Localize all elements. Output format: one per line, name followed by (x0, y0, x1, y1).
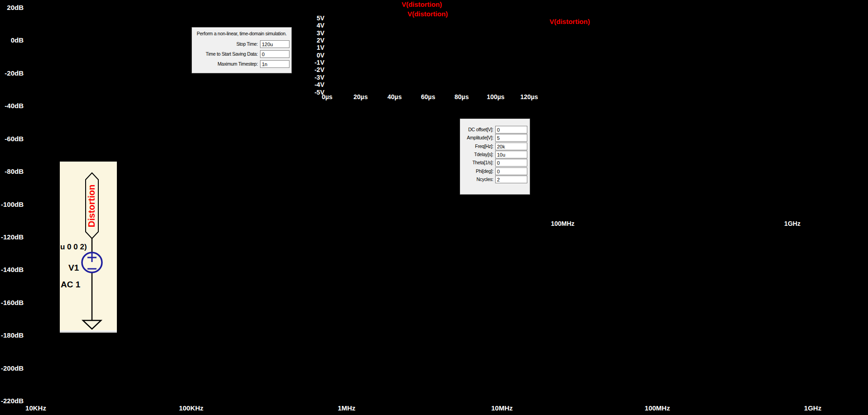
time-y-tick-label: 2V (317, 37, 324, 44)
x-axis-tick-label: 1MHz (338, 404, 355, 412)
dialog-field-row: Amplitude[V]: 5 (460, 134, 530, 142)
designator-text[interactable]: V1 (68, 263, 79, 273)
theta-input[interactable]: 0 (495, 159, 527, 167)
time-y-tick-label: -3V (314, 74, 324, 81)
y-axis-tick-label: -60dB (5, 135, 24, 143)
dc-offset-input[interactable]: 0 (495, 126, 527, 134)
main-plot-title: V(distortion) (25, 0, 819, 8)
time-y-tick-label: 1V (317, 44, 324, 51)
schematic-panel[interactable]: Distortion u 0 0 2) V1 AC 1 (60, 162, 117, 333)
dialog-field-row: Maximum Timestep: 1n (192, 60, 291, 68)
y-axis-tick-label: -160dB (1, 299, 24, 306)
plots-canvas (0, 0, 868, 415)
dialog-title: Perform a non-linear, time-domain simula… (192, 31, 291, 36)
ncycles-input[interactable]: 2 (495, 176, 527, 183)
y-axis-tick-label: -40dB (5, 102, 24, 110)
y-axis-tick-label: -220dB (1, 397, 24, 405)
field-label: Tdelay[s]: (460, 151, 493, 158)
ltspice-window: V(distortion) 20dB 0dB -20dB -40dB -60dB… (0, 0, 868, 415)
max-timestep-input[interactable]: 1n (260, 60, 289, 68)
time-x-tick-label: 100µs (487, 93, 504, 100)
time-x-tick-label: 20µs (353, 93, 367, 100)
dialog-field-row: Stop Time: 120u (192, 40, 291, 48)
y-axis-tick-label: -200dB (1, 364, 24, 372)
dialog-field-row: Theta[1/s]: 0 (460, 159, 530, 167)
stop-time-input[interactable]: 120u (260, 40, 289, 48)
voltage-source-symbol[interactable] (82, 253, 102, 272)
dialog-field-row: Time to Start Saving Data: 0 (192, 50, 291, 58)
spice-directive-text[interactable]: u 0 0 2) (60, 243, 87, 252)
time-y-tick-label: 4V (317, 22, 324, 29)
time-inset-title: V(distortion) (326, 10, 529, 18)
field-label: DC offset[V]: (460, 126, 493, 134)
x-axis-tick-label: 100MHz (645, 404, 670, 412)
freq-inset-title: V(distortion) (550, 18, 590, 25)
x-axis-tick-label: 10MHz (491, 404, 513, 412)
time-x-tick-label: 120µs (520, 93, 538, 100)
time-y-tick-label: -1V (314, 59, 324, 66)
field-label: Amplitude[V]: (460, 134, 493, 142)
dialog-field-row: Tdelay[s]: 10u (460, 151, 530, 158)
time-y-tick-label: -4V (314, 81, 324, 88)
y-axis-tick-label: 0dB (11, 36, 24, 44)
tdelay-input[interactable]: 10u (495, 151, 527, 158)
time-y-tick-label: -2V (314, 66, 324, 73)
field-label: Freq[Hz]: (460, 143, 493, 150)
sine-source-dialog[interactable]: DC offset[V]: 0 Amplitude[V]: 5 Freq[Hz]… (460, 119, 530, 195)
y-axis-tick-label: -140dB (1, 266, 24, 273)
y-axis-tick-label: -80dB (5, 167, 24, 175)
net-label-text[interactable]: Distortion (87, 179, 97, 233)
field-label: Stop Time: (192, 40, 258, 48)
field-label: Maximum Timestep: (192, 60, 258, 68)
time-y-tick-label: 5V (317, 14, 324, 22)
x-axis-tick-label: 10KHz (25, 404, 46, 412)
transient-settings-dialog[interactable]: Perform a non-linear, time-domain simula… (192, 27, 292, 73)
dialog-field-row: Phi[deg]: 0 (460, 167, 530, 175)
field-label: Theta[1/s]: (460, 159, 493, 167)
y-axis-tick-label: -20dB (5, 69, 24, 77)
x-axis-tick-label: 100KHz (179, 404, 203, 412)
field-label: Time to Start Saving Data: (192, 50, 258, 58)
panel-bottom-edge (60, 330, 117, 333)
time-x-tick-label: 40µs (387, 93, 401, 100)
y-axis-tick-label: -100dB (1, 200, 24, 208)
y-axis-tick-label: -120dB (1, 233, 24, 241)
time-x-tick-label: 80µs (454, 93, 468, 100)
y-axis-tick-label: -180dB (1, 331, 24, 339)
phi-input[interactable]: 0 (495, 167, 527, 175)
time-x-tick-label: 0µs (322, 93, 333, 100)
dialog-field-row: Freq[Hz]: 20k (460, 143, 530, 150)
y-axis-tick-label: 20dB (7, 4, 24, 11)
freq-x-tick-label: 1GHz (784, 220, 800, 227)
ac-spec-text[interactable]: AC 1 (61, 280, 80, 290)
field-label: Ncycles: (460, 176, 493, 183)
time-y-tick-label: 3V (317, 29, 324, 37)
time-x-tick-label: 60µs (421, 93, 435, 100)
dialog-field-row: Ncycles: 2 (460, 176, 530, 183)
dialog-field-row: DC offset[V]: 0 (460, 126, 530, 134)
x-axis-tick-label: 1GHz (804, 404, 821, 412)
time-y-tick-label: 0V (317, 52, 324, 59)
freq-input[interactable]: 20k (495, 143, 527, 150)
amplitude-input[interactable]: 5 (495, 134, 527, 142)
freq-x-tick-label: 100MHz (551, 220, 574, 227)
field-label: Phi[deg]: (460, 167, 493, 175)
start-saving-input[interactable]: 0 (260, 50, 289, 58)
ground-symbol[interactable] (83, 320, 101, 329)
